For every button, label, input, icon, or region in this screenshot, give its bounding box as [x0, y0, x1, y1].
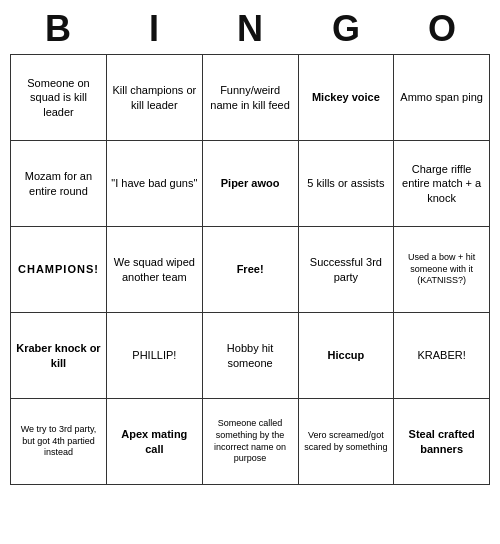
bingo-cell: We try to 3rd party, but got 4th partied… [11, 399, 107, 485]
bingo-cell: Kraber knock or kill [11, 313, 107, 399]
bingo-letter: G [303, 8, 389, 50]
bingo-cell: Vero screamed/got scared by something [298, 399, 394, 485]
bingo-cell: Hiccup [298, 313, 394, 399]
bingo-cell: Successful 3rd party [298, 227, 394, 313]
bingo-cell: KRABER! [394, 313, 490, 399]
bingo-cell: Mozam for an entire round [11, 141, 107, 227]
bingo-letter: I [111, 8, 197, 50]
bingo-cell: Apex mating call [106, 399, 202, 485]
bingo-letter: B [15, 8, 101, 50]
bingo-cell: Kill champions or kill leader [106, 55, 202, 141]
bingo-cell: Mickey voice [298, 55, 394, 141]
bingo-cell: 5 kills or assists [298, 141, 394, 227]
bingo-cell: Steal crafted banners [394, 399, 490, 485]
bingo-grid: Someone on squad is kill leaderKill cham… [10, 54, 490, 485]
bingo-cell: CHAMPIONS! [11, 227, 107, 313]
bingo-cell: Used a bow + hit someone with it (KATNIS… [394, 227, 490, 313]
bingo-cell: We squad wiped another team [106, 227, 202, 313]
bingo-cell: Ammo span ping [394, 55, 490, 141]
bingo-cell: Funny/weird name in kill feed [202, 55, 298, 141]
bingo-title: BINGO [10, 0, 490, 54]
bingo-cell: Hobby hit someone [202, 313, 298, 399]
bingo-letter: N [207, 8, 293, 50]
bingo-cell: Piper awoo [202, 141, 298, 227]
bingo-letter: O [399, 8, 485, 50]
bingo-cell: PHILLIP! [106, 313, 202, 399]
bingo-cell: Free! [202, 227, 298, 313]
bingo-cell: Someone called something by the incorrec… [202, 399, 298, 485]
bingo-cell: Charge riffle entire match + a knock [394, 141, 490, 227]
bingo-cell: Someone on squad is kill leader [11, 55, 107, 141]
bingo-cell: "I have bad guns" [106, 141, 202, 227]
